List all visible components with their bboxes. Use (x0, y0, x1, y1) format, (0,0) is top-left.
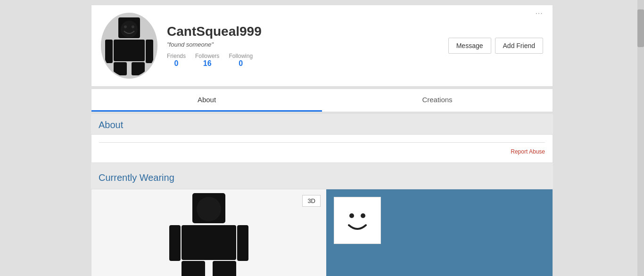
svg-rect-8 (132, 62, 145, 75)
svg-rect-7 (114, 62, 127, 75)
avatar (101, 13, 157, 79)
svg-point-3 (132, 25, 134, 28)
followers-label: Followers (195, 53, 219, 59)
svg-point-2 (124, 25, 127, 28)
profile-stats: Friends 0 Followers 16 Following 0 (167, 53, 543, 68)
scrollbar-thumb[interactable] (637, 9, 644, 47)
tab-creations[interactable]: Creations (322, 89, 553, 112)
avatar-svg (103, 15, 155, 76)
about-divider (99, 142, 545, 143)
svg-rect-12 (169, 225, 181, 261)
profile-card: ··· (91, 5, 553, 87)
svg-rect-13 (237, 225, 248, 261)
content-area: About Report Abuse Currently Wearing 3D (91, 114, 553, 276)
message-button[interactable]: Message (448, 38, 491, 54)
stat-followers: Followers 16 (195, 53, 219, 68)
about-card: Report Abuse (91, 134, 553, 163)
svg-rect-5 (105, 40, 113, 63)
profile-username: CantSqueal999 (167, 24, 543, 39)
tab-about[interactable]: About (91, 89, 322, 112)
btn-3d[interactable]: 3D (302, 195, 321, 207)
svg-rect-14 (182, 261, 205, 276)
svg-point-16 (349, 213, 354, 218)
following-value: 0 (229, 59, 253, 68)
svg-point-17 (361, 213, 365, 218)
page-wrapper: ··· (91, 0, 553, 276)
character-preview: 3D (91, 189, 326, 276)
following-label: Following (229, 53, 253, 59)
character-3d-view (166, 189, 251, 276)
friends-value: 0 (167, 59, 186, 68)
followers-value: 16 (195, 59, 219, 68)
wearing-container: 3D (91, 189, 553, 276)
svg-rect-11 (182, 225, 236, 260)
profile-actions: Message Add Friend (448, 38, 543, 54)
svg-point-10 (197, 197, 221, 221)
wearing-section-title: Currently Wearing (91, 169, 553, 189)
add-friend-button[interactable]: Add Friend (495, 38, 543, 54)
items-panel (326, 189, 553, 276)
svg-rect-4 (114, 40, 145, 61)
item-thumbnail[interactable] (334, 197, 381, 244)
stat-following: Following 0 (229, 53, 253, 68)
tabs-container: About Creations (91, 89, 553, 112)
stat-friends: Friends 0 (167, 53, 186, 68)
scrollbar[interactable] (637, 0, 644, 276)
friends-label: Friends (167, 53, 186, 59)
svg-rect-6 (146, 40, 153, 63)
report-abuse-link[interactable]: Report Abuse (99, 148, 545, 155)
more-options-button[interactable]: ··· (536, 10, 543, 16)
smiley-item-icon (339, 202, 376, 239)
svg-point-1 (121, 21, 138, 38)
about-section-title: About (91, 114, 553, 134)
svg-rect-15 (213, 261, 236, 276)
